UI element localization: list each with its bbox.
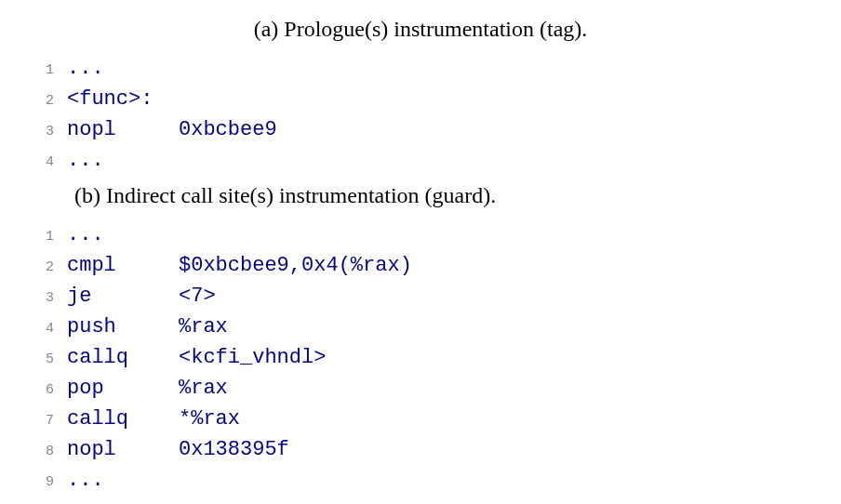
code-line: 8 nopl 0x138395f <box>28 434 822 465</box>
caption-a: (a) Prologue(s) instrumentation (tag). <box>19 17 822 42</box>
code-line: 3 nopl 0xbcbee9 <box>28 114 822 145</box>
opcode: nopl <box>67 114 179 145</box>
opcode: nopl <box>67 434 179 465</box>
line-number: 8 <box>28 442 54 463</box>
line-number: 2 <box>28 258 54 279</box>
opcode: push <box>67 312 179 342</box>
operand: $0xbcbee9,0x4(%rax) <box>179 250 412 281</box>
line-number: 4 <box>28 153 54 174</box>
opcode: ... <box>67 145 179 176</box>
opcode: ... <box>67 465 179 496</box>
code-line: 7 callq *%rax <box>28 404 822 434</box>
code-line: 6 pop %rax <box>28 373 822 404</box>
opcode: ... <box>67 53 179 84</box>
code-line: 1 ... <box>28 219 822 250</box>
line-number: 7 <box>28 411 54 432</box>
line-number: 2 <box>28 91 54 113</box>
opcode: ... <box>67 219 179 250</box>
caption-b: (b) Indirect call site(s) instrumentatio… <box>19 183 822 208</box>
line-number: 4 <box>28 319 54 340</box>
opcode: pop <box>67 373 179 404</box>
opcode: <func>: <box>67 84 179 114</box>
code-line: 3 je <7> <box>28 281 822 312</box>
operand: <7> <box>179 281 216 312</box>
line-number: 5 <box>28 350 54 371</box>
code-line: 2 cmpl $0xbcbee9,0x4(%rax) <box>28 250 822 281</box>
code-line: 2 <func>: <box>28 84 822 114</box>
operand: 0x138395f <box>179 434 289 465</box>
line-number: 9 <box>28 472 54 494</box>
operand: %rax <box>179 312 228 342</box>
code-block-b: 1 ... 2 cmpl $0xbcbee9,0x4(%rax) 3 je <7… <box>28 219 822 496</box>
opcode: cmpl <box>67 250 179 281</box>
line-number: 3 <box>28 288 54 310</box>
line-number: 1 <box>28 227 54 248</box>
operand: *%rax <box>179 404 240 434</box>
code-line: 1 ... <box>28 53 822 84</box>
operand: %rax <box>179 373 228 404</box>
operand: <kcfi_vhndl> <box>179 342 326 373</box>
code-line: 4 push %rax <box>28 312 822 342</box>
operand: 0xbcbee9 <box>179 114 277 145</box>
opcode: je <box>67 281 179 312</box>
code-line: 4 ... <box>28 145 822 176</box>
line-number: 6 <box>28 380 54 402</box>
code-line: 9 ... <box>28 465 822 496</box>
code-block-a: 1 ... 2 <func>: 3 nopl 0xbcbee9 4 ... <box>28 53 822 176</box>
opcode: callq <box>67 404 179 434</box>
line-number: 1 <box>28 60 54 82</box>
code-line: 5 callq <kcfi_vhndl> <box>28 342 822 373</box>
line-number: 3 <box>28 122 54 143</box>
opcode: callq <box>67 342 179 373</box>
